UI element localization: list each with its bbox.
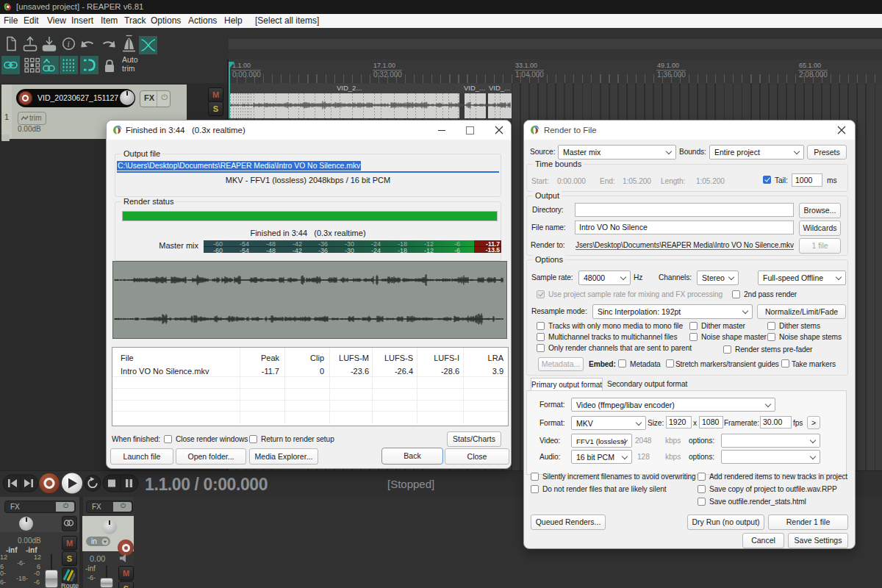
svg-text:i: i — [68, 39, 70, 49]
svg-text:trim: trim — [122, 64, 135, 73]
svg-text:Auto: Auto — [122, 55, 138, 64]
